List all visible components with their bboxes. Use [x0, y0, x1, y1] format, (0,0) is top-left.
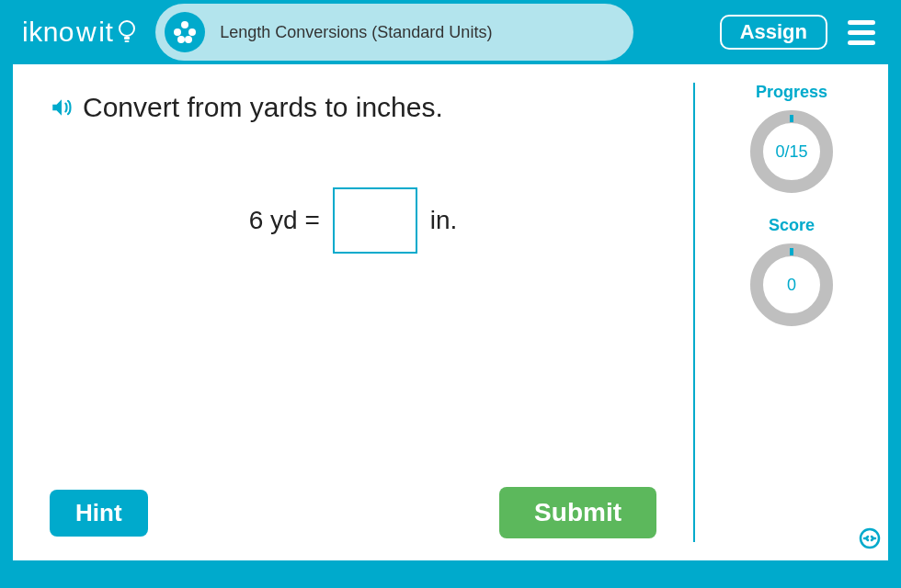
- assign-button[interactable]: Assign: [720, 15, 827, 50]
- score-label: Score: [769, 216, 815, 235]
- lesson-pill: Length Conversions (Standard Units): [155, 4, 633, 61]
- question-text: Convert from yards to inches.: [83, 92, 443, 123]
- lesson-level-icon: [165, 12, 205, 52]
- progress-label: Progress: [756, 83, 827, 102]
- submit-button[interactable]: Submit: [499, 487, 656, 538]
- content-area: Convert from yards to inches. 6 yd = in.…: [13, 64, 888, 560]
- svg-point-6: [177, 36, 185, 43]
- logo-w-icon: w: [76, 17, 97, 48]
- logo-text-1: ikno: [22, 17, 74, 48]
- svg-rect-11: [790, 248, 793, 255]
- svg-point-3: [181, 21, 188, 28]
- side-panel: Progress 0/15 Score 0: [695, 64, 888, 560]
- svg-rect-9: [790, 115, 793, 122]
- main-panel: Convert from yards to inches. 6 yd = in.…: [13, 64, 693, 560]
- question-row: Convert from yards to inches.: [50, 92, 656, 123]
- progress-value: 0/15: [775, 142, 807, 162]
- app-frame: ikno w it Length Co: [0, 0, 901, 588]
- svg-rect-1: [124, 37, 130, 40]
- equation: 6 yd = in.: [50, 187, 656, 254]
- progress-ring: 0/15: [746, 106, 838, 198]
- hint-button[interactable]: Hint: [50, 490, 148, 537]
- speaker-icon[interactable]: [50, 96, 74, 119]
- menu-icon[interactable]: [844, 17, 879, 49]
- header-right: Assign: [720, 15, 879, 50]
- equation-left: 6 yd =: [249, 206, 320, 235]
- answer-input[interactable]: [333, 187, 417, 254]
- score-ring: 0: [746, 239, 838, 331]
- score-value: 0: [787, 276, 796, 295]
- svg-rect-2: [125, 40, 130, 42]
- expand-icon[interactable]: [859, 527, 881, 553]
- svg-point-7: [185, 36, 192, 43]
- score-block: Score 0: [746, 216, 838, 331]
- logo[interactable]: ikno w it: [22, 17, 137, 48]
- equation-right: in.: [430, 206, 458, 235]
- svg-point-4: [174, 28, 181, 36]
- svg-point-5: [188, 28, 196, 36]
- bottom-row: Hint Submit: [50, 487, 656, 538]
- lightbulb-icon: [117, 18, 137, 46]
- svg-point-0: [120, 21, 134, 36]
- logo-text-2: it: [98, 17, 113, 48]
- progress-block: Progress 0/15: [746, 83, 838, 198]
- header: ikno w it Length Co: [0, 0, 901, 64]
- lesson-title: Length Conversions (Standard Units): [220, 23, 492, 42]
